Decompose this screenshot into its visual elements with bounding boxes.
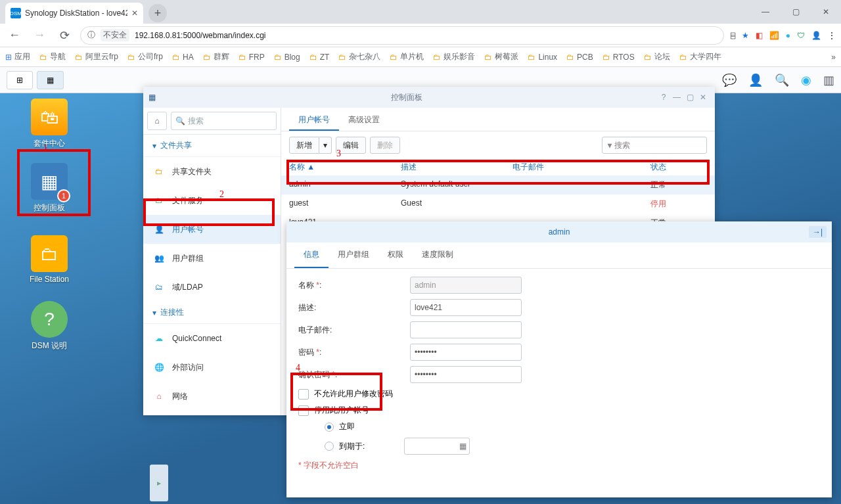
desktop-icon-filestation[interactable]: 🗀 File Station	[23, 235, 76, 284]
filter-search[interactable]: ▾ 搜索	[602, 137, 707, 154]
bookmark-item[interactable]: 🗀PCB	[566, 53, 593, 62]
bookmark-item[interactable]: 🗀论坛	[644, 51, 670, 62]
apps-button[interactable]: ⊞应用	[5, 51, 30, 62]
maximize-icon[interactable]: ▢	[683, 93, 696, 102]
sidebar-item-file-services[interactable]: 🗀文件服务	[143, 186, 281, 215]
tab-info[interactable]: 信息	[294, 242, 329, 268]
help-icon[interactable]: ?	[657, 93, 670, 102]
window-icon: ▦	[148, 93, 156, 102]
chat-icon[interactable]: 💬	[722, 73, 737, 87]
col-desc[interactable]: 描述	[401, 159, 512, 175]
desktop-icon-controlpanel[interactable]: ▦1 控制面板	[23, 163, 76, 214]
subwindow-titlebar[interactable]: admin →|	[286, 221, 832, 242]
desc-field[interactable]	[410, 299, 522, 316]
bookmark-item[interactable]: 🗀Blog	[274, 53, 300, 62]
bookmark-item[interactable]: 🗀杂七杂八	[338, 51, 380, 62]
sidebar-item-network[interactable]: ⌂网络	[143, 382, 281, 411]
table-row[interactable]: guestGuest停用	[281, 195, 715, 214]
tab-permission[interactable]: 权限	[378, 242, 413, 268]
bookmark-item[interactable]: 🗀HA	[172, 53, 194, 62]
minimize-icon[interactable]: —	[670, 93, 683, 102]
search-input[interactable]: 🔍 搜索	[171, 112, 277, 130]
col-name[interactable]: 名称 ▲	[289, 159, 401, 175]
desktop-icon-dsmhelp[interactable]: ? DSM 说明	[23, 301, 76, 352]
radio-disable-now[interactable]: 立即	[298, 421, 820, 432]
tab-group[interactable]: 用户群组	[329, 242, 378, 268]
tab-title: Synology DiskStation - love42	[25, 9, 127, 18]
sidebar-item-shared-folder[interactable]: 🗀共享文件夹	[143, 157, 281, 186]
pilot-icon[interactable]: ▥	[823, 73, 834, 87]
tab-advanced[interactable]: 高级设置	[339, 108, 389, 131]
dsm-task-controlpanel[interactable]: ▦	[37, 71, 64, 89]
home-button[interactable]: ⌂	[147, 112, 167, 130]
bookmark-item[interactable]: 🗀单片机	[390, 51, 424, 62]
password-field[interactable]	[410, 344, 522, 361]
bookmark-item[interactable]: 🗀群辉	[203, 51, 229, 62]
sidebar-category-fileshare[interactable]: ▾文件共享	[143, 135, 281, 157]
user-edit-form: 名称 *: 描述: 电子邮件: 密码 *: 确认密码 *: 不允许此用户修改密码…	[286, 269, 832, 479]
back-button[interactable]: ←	[5, 28, 24, 42]
col-status[interactable]: 状态	[650, 159, 707, 175]
maximize-button[interactable]: ▢	[781, 0, 811, 24]
chevron-down-icon: ▾	[319, 137, 332, 154]
dsm-show-desktop[interactable]: ⊞	[7, 71, 33, 89]
sidebar-item-group[interactable]: 👥用户群组	[143, 244, 281, 273]
user-icon[interactable]: 👤	[748, 73, 763, 87]
bookmark-item[interactable]: 🗀阿里云frp	[75, 51, 118, 62]
sidebar-item-external-access[interactable]: 🌐外部访问	[143, 353, 281, 382]
table-row[interactable]: adminSystem default user正常	[281, 175, 715, 195]
shield-icon[interactable]: 🛡	[797, 31, 805, 40]
confirm-password-field[interactable]	[410, 366, 522, 383]
tab-user-account[interactable]: 用户帐号	[289, 108, 339, 131]
email-field[interactable]	[410, 321, 522, 338]
bookmark-item[interactable]: 🗀ZT	[309, 53, 330, 62]
window-titlebar[interactable]: ▦ 控制面板 ? — ▢ ✕	[143, 87, 715, 108]
tab-speed-limit[interactable]: 速度限制	[413, 242, 463, 268]
url-field[interactable]: ⓘ 不安全 192.168.0.81:5000/webman/index.cgi	[80, 26, 724, 45]
star-icon[interactable]: ★	[742, 31, 749, 40]
bookmark-item[interactable]: 🗀大学四年	[679, 51, 721, 62]
key-icon[interactable]: ⌸	[731, 31, 735, 40]
bookmark-item[interactable]: 🗀FRP	[239, 53, 265, 62]
delete-button[interactable]: 删除	[370, 137, 400, 154]
close-icon[interactable]: ✕	[131, 9, 138, 18]
forward-button[interactable]: →	[30, 28, 49, 42]
annotation-1: 1	[43, 143, 48, 154]
annotation-3: 3	[336, 149, 341, 159]
sidebar-item-quickconnect[interactable]: ☁QuickConnect	[143, 324, 281, 353]
close-button[interactable]: ✕	[811, 0, 841, 24]
checkbox-disable-user[interactable]: 停用此用户帐号	[298, 405, 820, 416]
widgets-icon[interactable]: ◉	[801, 73, 811, 87]
desktop-icon-pkgcenter[interactable]: 🛍 套件中心	[23, 99, 76, 149]
reload-button[interactable]: ⟳	[55, 28, 74, 43]
browser-tab[interactable]: DSM Synology DiskStation - love42 ✕	[5, 3, 143, 24]
collapse-icon[interactable]: →|	[809, 226, 827, 238]
menu-icon[interactable]: ⋮	[828, 31, 836, 40]
sidebar-item-user[interactable]: 👤用户帐号	[143, 215, 281, 244]
sidebar-item-wireless[interactable]: ⌔无线	[143, 411, 281, 415]
bookmark-item[interactable]: 🗀Linux	[528, 53, 557, 62]
new-button[interactable]: 新增▾	[289, 137, 332, 154]
minimize-button[interactable]: —	[750, 0, 781, 24]
sidebar-category-connectivity[interactable]: ▾连接性	[143, 302, 281, 324]
rss-icon[interactable]: 📶	[769, 31, 779, 40]
checkbox-no-self-pw[interactable]: 不允许此用户修改密码	[298, 388, 820, 400]
ext-icon-1[interactable]: ◧	[756, 31, 763, 40]
radio-disable-until[interactable]: 到期于:▦	[298, 438, 820, 455]
bookmarks-bar: ⊞应用 🗀导航 🗀阿里云frp 🗀公司frp 🗀HA 🗀群辉 🗀FRP 🗀Blo…	[0, 47, 841, 67]
new-tab-button[interactable]: +	[148, 4, 167, 22]
bookmark-item[interactable]: 🗀树莓派	[484, 51, 518, 62]
bookmark-item[interactable]: 🗀导航	[39, 51, 66, 62]
bookmark-item[interactable]: 🗀娱乐影音	[433, 51, 475, 62]
bookmark-item[interactable]: 🗀公司frp	[127, 51, 163, 62]
bookmarks-overflow[interactable]: »	[831, 53, 836, 62]
avatar-icon[interactable]: 👤	[811, 31, 821, 40]
close-icon[interactable]: ✕	[696, 93, 710, 102]
col-mail[interactable]: 电子邮件	[512, 159, 650, 175]
dsm-sidebar-toggle[interactable]: ▸	[150, 465, 168, 501]
cloud-icon[interactable]: ●	[786, 31, 790, 40]
search-icon[interactable]: 🔍	[775, 73, 789, 87]
bookmark-item[interactable]: 🗀RTOS	[602, 53, 635, 62]
badge: 1	[57, 189, 70, 202]
sidebar-item-ldap[interactable]: 🗂域/LDAP	[143, 273, 281, 302]
